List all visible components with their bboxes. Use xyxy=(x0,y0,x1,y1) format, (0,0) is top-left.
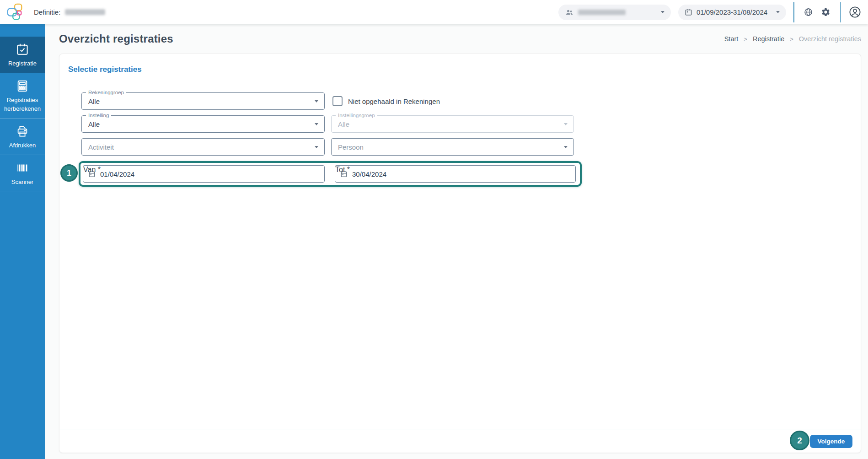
instellingsgroep-label: Instellingsgroep xyxy=(336,112,377,119)
sidebar-item-registraties-herberekenen[interactable]: Registraties herberekenen xyxy=(0,73,45,119)
calendar-check-icon xyxy=(1,43,43,56)
date-range-highlight: 1 Van * Tot * xyxy=(79,161,582,187)
chevron-down-icon xyxy=(564,146,568,148)
niet-opgehaald-label: Niet opgehaald in Rekeningen xyxy=(348,97,440,105)
breadcrumb-start[interactable]: Start xyxy=(724,35,739,43)
calculator-icon xyxy=(1,79,43,93)
activiteit-select[interactable]: Activiteit xyxy=(81,138,325,156)
selection-card: Selectie registraties Rekeninggroep Alle… xyxy=(59,54,861,453)
sidebar-item-label: Registraties herberekenen xyxy=(4,97,41,112)
breadcrumb-current: Overzicht registraties xyxy=(799,35,861,43)
form-row-instelling: Instelling Alle Instellingsgroep Alle xyxy=(81,115,576,133)
printer-icon xyxy=(1,124,43,138)
van-date-input[interactable] xyxy=(100,166,321,182)
organisation-dropdown[interactable] xyxy=(558,5,671,20)
chevron-down-icon xyxy=(315,123,318,125)
sidebar-item-scanner[interactable]: Scanner xyxy=(0,155,45,192)
van-date-field[interactable]: Van * xyxy=(83,165,325,183)
breadcrumb-separator: > xyxy=(744,36,747,43)
selection-form: Rekeninggroep Alle Niet opgehaald in Rek… xyxy=(68,92,576,187)
tot-date-input[interactable] xyxy=(352,166,572,182)
rekeninggroep-label: Rekeninggroep xyxy=(86,89,126,96)
section-title: Selectie registraties xyxy=(68,65,852,74)
definitie-value-redacted xyxy=(65,9,105,15)
instelling-label: Instelling xyxy=(86,112,111,119)
topbar-divider xyxy=(840,2,841,22)
sidebar-item-label: Afdrukken xyxy=(9,142,36,149)
calendar-icon[interactable] xyxy=(88,170,96,178)
gear-icon[interactable] xyxy=(819,5,833,19)
sidebar-item-afdrukken[interactable]: Afdrukken xyxy=(0,119,45,155)
page-title: Overzicht registraties xyxy=(59,32,173,45)
form-row-rekeninggroep: Rekeninggroep Alle Niet opgehaald in Rek… xyxy=(81,92,576,110)
activiteit-placeholder: Activiteit xyxy=(88,143,114,151)
volgende-button[interactable]: Volgende xyxy=(810,435,852,448)
form-row-activiteit: Activiteit Persoon xyxy=(81,138,576,156)
sidebar-item-label: Scanner xyxy=(11,178,33,185)
annotation-step-2: 2 xyxy=(790,431,809,450)
topbar: Definitie: 01/09/2023-31/08/2024 xyxy=(0,0,868,24)
topbar-divider xyxy=(793,2,794,22)
niet-opgehaald-checkbox-group[interactable]: Niet opgehaald in Rekeningen xyxy=(332,96,440,106)
sidebar: Registratie Registraties herberekenen Af… xyxy=(0,24,45,459)
annotation-step-1: 1 xyxy=(60,164,78,182)
breadcrumb-registratie[interactable]: Registratie xyxy=(753,35,784,43)
instelling-select[interactable]: Instelling Alle xyxy=(81,115,325,133)
main-content: Overzicht registraties Start > Registrat… xyxy=(45,24,868,459)
chevron-down-icon xyxy=(315,146,318,148)
rekeninggroep-select[interactable]: Rekeninggroep Alle xyxy=(81,92,325,110)
globe-icon[interactable] xyxy=(802,5,815,19)
card-footer: 2 Volgende xyxy=(59,430,861,453)
barcode-icon xyxy=(1,161,43,175)
organisation-value-redacted xyxy=(578,10,626,15)
definitie-label: Definitie: xyxy=(34,8,60,16)
breadcrumb-separator: > xyxy=(790,36,793,43)
instellingsgroep-select: Instellingsgroep Alle xyxy=(331,115,574,133)
chevron-down-icon xyxy=(564,123,568,125)
page-header: Overzicht registraties Start > Registrat… xyxy=(45,24,868,54)
instellingsgroep-value: Alle xyxy=(338,120,349,128)
period-value: 01/09/2023-31/08/2024 xyxy=(697,8,767,16)
calendar-icon[interactable] xyxy=(340,170,348,178)
breadcrumb: Start > Registratie > Overzicht registra… xyxy=(724,35,861,43)
persoon-select[interactable]: Persoon xyxy=(331,138,574,156)
instelling-value: Alle xyxy=(88,120,100,128)
niet-opgehaald-checkbox[interactable] xyxy=(332,96,343,106)
chevron-down-icon xyxy=(776,11,780,13)
tot-date-field[interactable]: Tot * xyxy=(335,165,576,183)
sidebar-item-registratie[interactable]: Registratie xyxy=(0,37,45,73)
chevron-down-icon xyxy=(661,11,664,13)
people-icon xyxy=(565,8,574,17)
calendar-icon xyxy=(685,8,692,16)
persoon-placeholder: Persoon xyxy=(338,143,364,151)
period-dropdown[interactable]: 01/09/2023-31/08/2024 xyxy=(678,5,786,20)
sidebar-item-label: Registratie xyxy=(8,60,37,67)
rekeninggroep-value: Alle xyxy=(88,97,100,105)
app-logo-icon xyxy=(5,3,25,22)
user-icon[interactable] xyxy=(848,5,862,19)
chevron-down-icon xyxy=(315,100,318,103)
